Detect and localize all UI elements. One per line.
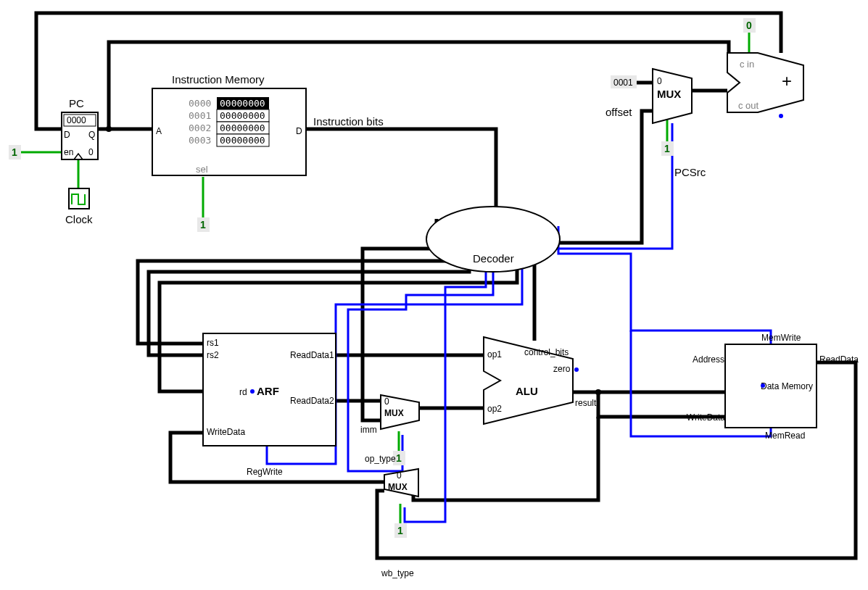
- svg-text:00000000: 00000000: [220, 98, 265, 109]
- mux3-const: 0001: [613, 78, 633, 88]
- svg-point-2: [574, 367, 579, 372]
- memwrite-label: MemWrite: [761, 333, 801, 343]
- op-type-label: op_type: [365, 454, 396, 464]
- svg-text:result: result: [575, 398, 597, 408]
- pc-register: PC 0000 D Q en 0: [62, 97, 98, 159]
- wb-type-label: wb_type: [381, 568, 414, 578]
- svg-text:zero: zero: [553, 364, 571, 374]
- mux1-sel-value: 1: [396, 452, 402, 464]
- adder-cin-value: 0: [746, 20, 752, 31]
- plus-icon: +: [782, 71, 792, 91]
- svg-text:WriteData: WriteData: [207, 427, 245, 437]
- svg-text:Data Memory: Data Memory: [761, 381, 813, 391]
- wire-pcsrc: [540, 123, 672, 249]
- cpu-datapath-diagram: PC 0000 D Q en 0 1 Clock Instruction Mem…: [0, 0, 868, 590]
- svg-text:MUX: MUX: [388, 482, 408, 492]
- instruction-bits-label: Instruction bits: [313, 115, 384, 128]
- svg-text:D: D: [64, 130, 70, 140]
- svg-text:Decoder: Decoder: [473, 252, 514, 265]
- svg-text:en: en: [64, 147, 73, 157]
- data-memory: Data Memory Address WriteData ReadData M…: [687, 333, 859, 441]
- svg-text:op1: op1: [487, 349, 502, 360]
- svg-text:0: 0: [88, 147, 94, 157]
- mux2-sel-value: 1: [397, 525, 403, 536]
- svg-text:00000000: 00000000: [220, 122, 265, 133]
- clock-source: Clock: [65, 188, 93, 225]
- pcsrc-label: PCSrc: [674, 166, 706, 178]
- svg-text:MUX: MUX: [384, 408, 404, 418]
- svg-point-0: [106, 126, 112, 132]
- alu: ALU op1 op2 control_bits zero result: [484, 337, 597, 424]
- address-label: Address: [693, 354, 724, 365]
- svg-text:control_bits: control_bits: [524, 347, 569, 357]
- svg-text:0: 0: [384, 396, 389, 407]
- svg-text:Instruction Memory: Instruction Memory: [172, 73, 265, 86]
- regwrite-label: RegWrite: [247, 467, 283, 477]
- adder: c in c out +: [727, 53, 803, 112]
- svg-text:00000000: 00000000: [220, 110, 265, 121]
- svg-text:rd: rd: [239, 387, 247, 397]
- svg-text:ALU: ALU: [516, 385, 538, 397]
- pc-value: 0000: [67, 115, 86, 125]
- svg-text:c in: c in: [740, 59, 754, 70]
- svg-text:sel: sel: [196, 164, 208, 175]
- writedata-label: WriteData: [687, 412, 725, 423]
- instruction-memory: Instruction Memory A D 0000 00000000 000…: [152, 73, 306, 175]
- pc-title: PC: [69, 97, 84, 109]
- svg-text:op2: op2: [487, 404, 502, 414]
- mux-pcsrc: 0 MUX: [653, 69, 692, 123]
- svg-text:0000: 0000: [189, 98, 211, 109]
- memread-label: MemRead: [765, 431, 805, 441]
- offset-label: offset: [605, 106, 632, 118]
- mux-alusrc: 0 MUX: [381, 395, 419, 429]
- readdata-label: ReadData: [819, 354, 859, 365]
- imem-sel-value: 1: [200, 219, 206, 230]
- svg-text:ReadData2: ReadData2: [290, 396, 334, 406]
- svg-text:0002: 0002: [189, 122, 211, 133]
- wire-alu-result-to-mux2: [413, 417, 598, 500]
- svg-text:ARF: ARF: [257, 385, 279, 397]
- svg-text:Clock: Clock: [65, 213, 93, 225]
- svg-text:D: D: [296, 126, 302, 136]
- svg-text:0: 0: [657, 76, 662, 86]
- mux-wbtype: 0 MUX: [384, 469, 418, 496]
- svg-point-3: [779, 114, 783, 118]
- svg-text:Q: Q: [88, 130, 95, 140]
- svg-point-49: [250, 389, 255, 394]
- imm-label: imm: [360, 425, 377, 435]
- svg-text:rs2: rs2: [207, 350, 219, 360]
- svg-text:MUX: MUX: [657, 88, 681, 100]
- svg-text:0003: 0003: [189, 135, 211, 146]
- decoder: Decoder: [426, 207, 560, 272]
- mux3-sel-value: 1: [664, 143, 670, 154]
- pc-en-value: 1: [12, 146, 17, 158]
- wire-decoder-offset: [549, 111, 653, 243]
- svg-text:c out: c out: [738, 100, 759, 111]
- wire-imem-to-decoder: [306, 129, 496, 217]
- arf-register-file: ARF rs1 rs2 rd WriteData ReadData1 ReadD…: [203, 333, 336, 446]
- svg-text:ReadData1: ReadData1: [290, 350, 334, 360]
- svg-text:rs1: rs1: [207, 338, 219, 348]
- wire-decoder-imm: [363, 219, 437, 420]
- svg-point-67: [761, 383, 765, 388]
- svg-text:0001: 0001: [189, 110, 211, 121]
- svg-text:A: A: [156, 126, 162, 136]
- svg-text:00000000: 00000000: [220, 135, 265, 146]
- svg-text:0: 0: [397, 470, 402, 481]
